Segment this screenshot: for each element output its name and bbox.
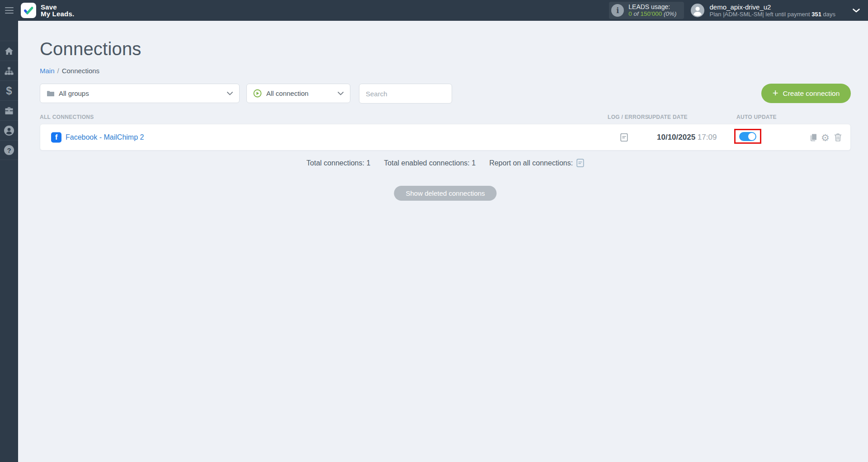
column-auto-update: AUTO UPDATE bbox=[736, 114, 777, 120]
chevron-down-icon[interactable] bbox=[853, 9, 860, 13]
auto-update-toggle[interactable] bbox=[739, 132, 756, 141]
gear-icon[interactable]: ⚙ bbox=[821, 132, 830, 142]
show-deleted-button[interactable]: Show deleted connections bbox=[394, 186, 496, 201]
update-date-value: 10/10/2025 17:09 bbox=[657, 133, 717, 142]
create-connection-button[interactable]: + Create connection bbox=[761, 84, 851, 103]
breadcrumb-current: Connections bbox=[62, 67, 99, 75]
sidebar-item-help[interactable]: ? bbox=[0, 140, 18, 160]
top-header: Save My Leads. i LEADS usage: 0 of 150'0… bbox=[0, 0, 868, 21]
dollar-icon: $ bbox=[6, 85, 12, 96]
breadcrumb-main-link[interactable]: Main bbox=[40, 67, 55, 75]
column-log-errors: LOG / ERRORS bbox=[608, 114, 649, 120]
app-logo[interactable]: Save My Leads. bbox=[21, 3, 74, 18]
connection-row: f Facebook - MailChimp 2 10/10/2025 17:0… bbox=[40, 124, 851, 151]
home-icon bbox=[5, 47, 14, 55]
leads-usage-value: 0 of 150'000 (0%) bbox=[628, 10, 676, 18]
groups-filter-label: All groups bbox=[59, 90, 89, 97]
plus-icon: + bbox=[773, 88, 778, 98]
sidebar-item-billing[interactable]: $ bbox=[0, 80, 18, 100]
play-circle-icon bbox=[253, 89, 262, 98]
column-all-connections: ALL CONNECTIONS bbox=[40, 114, 94, 120]
briefcase-icon bbox=[5, 107, 14, 115]
plan-info: Plan |ADM-SML-SM| left until payment 351… bbox=[710, 11, 835, 18]
summary-bar: Total connections: 1 Total enabled conne… bbox=[40, 159, 851, 167]
leads-usage-panel: i LEADS usage: 0 of 150'000 (0%) bbox=[609, 2, 684, 19]
facebook-icon: f bbox=[51, 132, 61, 142]
user-menu[interactable]: demo_apix-drive_u2 Plan |ADM-SML-SM| lef… bbox=[691, 3, 860, 18]
info-icon: i bbox=[611, 4, 624, 17]
annotation-highlight-box bbox=[734, 129, 761, 144]
sitemap-icon bbox=[5, 67, 14, 75]
breadcrumb: Main/Connections bbox=[40, 67, 99, 75]
trash-icon[interactable] bbox=[834, 133, 842, 141]
groups-filter-select[interactable]: All groups bbox=[40, 84, 240, 103]
search-input[interactable] bbox=[359, 84, 452, 104]
logo-text: Save My Leads. bbox=[41, 4, 74, 18]
chevron-down-icon bbox=[227, 92, 233, 95]
menu-icon[interactable] bbox=[0, 0, 18, 21]
avatar bbox=[691, 4, 704, 17]
column-update-date: UPDATE DATE bbox=[648, 114, 688, 120]
connection-link[interactable]: Facebook - MailChimp 2 bbox=[66, 133, 144, 141]
table-header-row: ALL CONNECTIONS LOG / ERRORS UPDATE DATE… bbox=[40, 114, 851, 121]
total-enabled-connections: Total enabled connections: 1 bbox=[384, 159, 476, 167]
sidebar: $ ? bbox=[0, 21, 18, 462]
log-file-icon[interactable] bbox=[620, 133, 628, 141]
sidebar-item-home[interactable] bbox=[0, 41, 18, 61]
folder-icon bbox=[47, 90, 54, 97]
logo-checkmark-icon bbox=[21, 3, 36, 18]
sidebar-item-profile[interactable] bbox=[0, 120, 18, 140]
person-icon bbox=[4, 126, 14, 136]
page-title: Connections bbox=[40, 39, 142, 59]
leads-usage-label: LEADS usage: bbox=[628, 3, 676, 10]
question-icon: ? bbox=[4, 145, 14, 155]
chevron-down-icon bbox=[338, 92, 344, 95]
report-all-connections: Report on all connections: bbox=[489, 159, 584, 167]
sidebar-item-services[interactable] bbox=[0, 100, 18, 120]
report-file-icon[interactable] bbox=[576, 159, 584, 167]
username: demo_apix-drive_u2 bbox=[710, 3, 835, 11]
sidebar-item-connections[interactable] bbox=[0, 61, 18, 80]
main-content: Connections Main/Connections All groups … bbox=[18, 21, 868, 462]
total-connections: Total connections: 1 bbox=[307, 159, 370, 167]
connection-type-filter-select[interactable]: All connection bbox=[246, 84, 350, 103]
connection-filter-label: All connection bbox=[266, 90, 308, 97]
copy-icon[interactable] bbox=[810, 133, 818, 141]
